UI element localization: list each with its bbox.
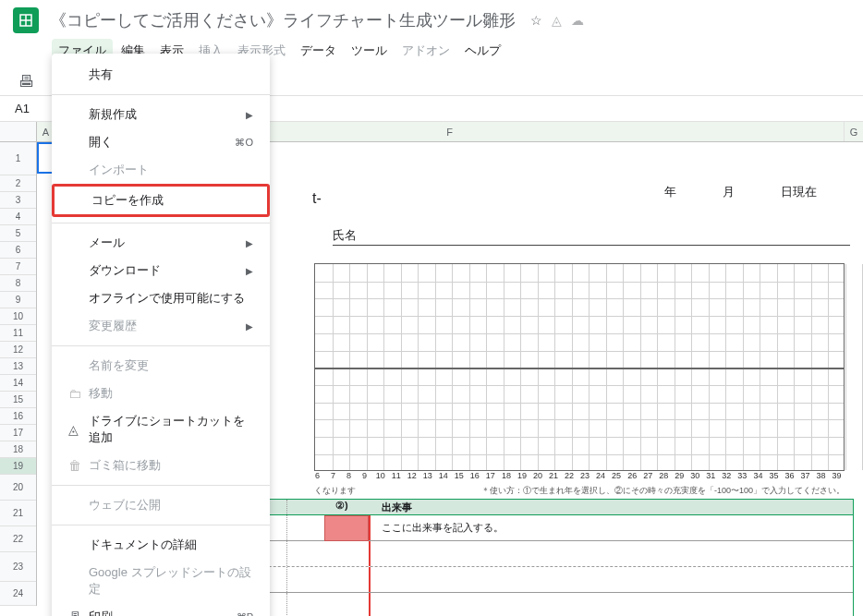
- axis-tick-label: 30: [687, 471, 703, 480]
- row-header[interactable]: 13: [0, 358, 36, 375]
- menu-addons[interactable]: アドオン: [395, 39, 456, 63]
- axis-tick-label: 13: [419, 471, 435, 480]
- axis-tick-label: 14: [435, 471, 451, 480]
- drive-icon: ◬: [68, 422, 89, 437]
- row-header[interactable]: 17: [0, 425, 36, 441]
- axis-tick-label: 7: [325, 471, 341, 480]
- axis-tick-label: 26: [625, 471, 640, 480]
- small-note: くなります: [314, 485, 356, 497]
- row-header[interactable]: 7: [0, 259, 36, 275]
- menu-open[interactable]: 開く⌘O: [52, 128, 270, 156]
- axis-tick-label: 39: [829, 471, 845, 480]
- row-header[interactable]: 14: [0, 375, 36, 392]
- menu-make-copy[interactable]: コピーを作成: [52, 184, 270, 217]
- file-dropdown-menu: 共有 新規作成▶ 開く⌘O インポート コピーを作成 メール▶ ダウンロード▶ …: [52, 54, 270, 616]
- axis-tick-label: 24: [593, 471, 609, 480]
- day-label: 日現在: [781, 184, 817, 200]
- menu-offline[interactable]: オフラインで使用可能にする: [52, 284, 270, 312]
- menu-details[interactable]: ドキュメントの詳細: [52, 531, 270, 559]
- menu-new[interactable]: 新規作成▶: [52, 101, 270, 128]
- row-header[interactable]: 12: [0, 342, 36, 358]
- usage-note: ＊使い方：①で生まれ年を選択し、②にその時々の充実度を「-100〜100」で入力…: [481, 485, 845, 497]
- menu-share[interactable]: 共有: [52, 61, 270, 89]
- row-header[interactable]: 15: [0, 392, 36, 408]
- row-header[interactable]: 4: [0, 209, 36, 225]
- month-label: 月: [723, 184, 735, 200]
- row-header[interactable]: 9: [0, 292, 36, 308]
- move-folder-icon[interactable]: ◬: [552, 13, 562, 28]
- axis-tick-label: 17: [482, 471, 498, 480]
- row-header[interactable]: 6: [0, 242, 36, 259]
- axis-tick-label: 12: [404, 471, 419, 480]
- sheets-app-icon[interactable]: [13, 7, 39, 33]
- axis-tick-label: 31: [703, 471, 719, 480]
- row-header[interactable]: 20: [0, 475, 36, 501]
- menu-data[interactable]: データ: [294, 39, 343, 63]
- row-header[interactable]: 16: [0, 408, 36, 425]
- axis-tick-label: 29: [672, 471, 687, 480]
- row-header[interactable]: 23: [0, 552, 36, 582]
- menu-history: 変更履歴▶: [52, 312, 270, 340]
- row-header[interactable]: 19: [0, 458, 36, 475]
- axis-tick-label: 19: [514, 471, 529, 480]
- menu-settings: Google スプレッドシートの設定: [52, 559, 270, 603]
- axis-tick-label: 35: [766, 471, 782, 480]
- folder-icon: 🗀: [68, 386, 89, 401]
- menu-trash: 🗑ゴミ箱に移動: [52, 452, 270, 479]
- axis-tick-label: 33: [735, 471, 750, 480]
- axis-tick-label: 8: [341, 471, 357, 480]
- chart-grid: [314, 263, 845, 471]
- invalid-value-cell[interactable]: [324, 515, 369, 541]
- menu-tools[interactable]: ツール: [345, 39, 394, 63]
- star-icon[interactable]: ☆: [530, 13, 542, 28]
- row-header[interactable]: 1: [0, 142, 36, 175]
- axis-tick-label: 37: [797, 471, 813, 480]
- menu-publish: ウェブに公開: [52, 491, 270, 519]
- col-header-g[interactable]: G: [845, 122, 863, 141]
- row-header[interactable]: 10: [0, 308, 36, 325]
- row-header[interactable]: 8: [0, 275, 36, 292]
- row-header[interactable]: 2: [0, 175, 36, 192]
- axis-tick-label: 34: [750, 471, 766, 480]
- axis-tick-label: 21: [545, 471, 561, 480]
- print-icon[interactable]: 🖶: [18, 72, 35, 91]
- row-header[interactable]: 18: [0, 441, 36, 458]
- menu-move: 🗀移動: [52, 380, 270, 407]
- axis-tick-label: 15: [451, 471, 467, 480]
- axis-tick-label: 38: [813, 471, 829, 480]
- trash-icon: 🗑: [68, 458, 89, 473]
- year-label: 年: [664, 184, 676, 200]
- axis-tick-label: 18: [498, 471, 514, 480]
- menu-rename: 名前を変更: [52, 352, 270, 380]
- axis-tick-label: 16: [467, 471, 482, 480]
- axis-tick-label: 9: [357, 471, 372, 480]
- axis-tick-label: 11: [388, 471, 404, 480]
- document-title[interactable]: 《コピーしてご活用ください》ライフチャート生成ツール雛形: [50, 9, 516, 31]
- row-header[interactable]: 21: [0, 501, 36, 526]
- axis-tick-label: 25: [609, 471, 625, 480]
- row-header[interactable]: 11: [0, 325, 36, 342]
- cloud-icon[interactable]: ☁: [571, 13, 584, 28]
- event-placeholder-text: ここに出来事を記入する。: [382, 521, 504, 535]
- axis-tick-label: 28: [656, 471, 672, 480]
- menu-add-shortcut[interactable]: ◬ドライブにショートカットを追加: [52, 407, 270, 452]
- menu-import: インポート: [52, 156, 270, 184]
- name-box[interactable]: A1: [7, 100, 44, 117]
- axis-tick-label: 6: [310, 471, 325, 480]
- axis-tick-label: 10: [372, 471, 388, 480]
- select-all-corner[interactable]: [0, 122, 37, 141]
- row-header[interactable]: 5: [0, 225, 36, 242]
- row-header[interactable]: 22: [0, 526, 36, 552]
- row-header[interactable]: 3: [0, 192, 36, 209]
- axis-tick-label: 20: [529, 471, 545, 480]
- menu-help[interactable]: ヘルプ: [458, 39, 507, 63]
- row-header[interactable]: 24: [0, 582, 36, 606]
- name-field-label: 氏名: [333, 227, 850, 246]
- axis-tick-label: 36: [782, 471, 797, 480]
- print-icon: 🖶: [68, 610, 89, 616]
- header-event-label: 出来事: [382, 501, 412, 514]
- menu-download[interactable]: ダウンロード▶: [52, 257, 270, 284]
- menu-print[interactable]: 🖶印刷⌘P: [52, 603, 270, 616]
- axis-tick-label: 23: [577, 471, 593, 480]
- menu-email[interactable]: メール▶: [52, 229, 270, 257]
